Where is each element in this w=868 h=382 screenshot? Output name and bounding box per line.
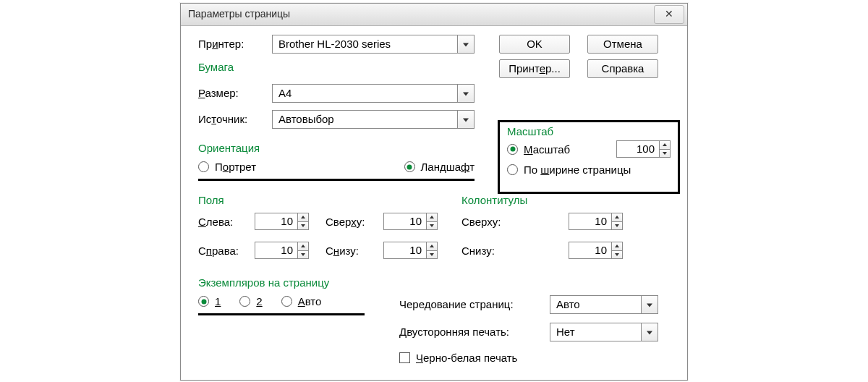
up-icon [427,242,437,251]
scale-percent-radio[interactable]: Масштаб [507,143,570,156]
alternation-combobox[interactable]: Авто [550,295,658,314]
margin-left-label: Слева: [198,216,233,228]
size-combobox[interactable]: A4 [272,84,475,103]
copies-2-radio[interactable]: 2 [239,295,262,307]
page-setup-dialog: Параметры страницы ✕ Принтер: Brother HL… [180,3,688,381]
printer-combobox[interactable]: Brother HL-2030 series [272,35,475,54]
fit-width-radio[interactable]: По ширине страницы [507,164,671,176]
up-icon [612,213,622,222]
close-button[interactable]: ✕ [654,5,684,24]
scale-percent-row: Масштаб 100 [507,140,671,158]
radio-icon [281,296,292,307]
chevron-down-icon [457,85,474,102]
scale-value: 100 [617,141,659,157]
size-value: A4 [273,85,457,102]
cancel-button[interactable]: Отмена [587,35,658,54]
scale-heading: Масштаб [507,125,671,137]
up-icon [612,242,622,251]
alternation-label: Чередование страниц: [399,298,514,310]
margin-top-spinner[interactable]: 10 [383,213,438,230]
down-icon [612,222,622,230]
chevron-down-icon [641,323,658,341]
landscape-radio[interactable]: Ландшафт [404,161,475,173]
radio-icon [507,164,518,175]
header-bottom-label: Снизу: [461,245,495,257]
paper-heading: Бумага [198,61,234,73]
source-combobox[interactable]: Автовыбор [272,110,475,129]
radio-icon [198,161,209,172]
help-button[interactable]: Справка [587,59,658,78]
up-icon [660,141,670,150]
titlebar: Параметры страницы ✕ [181,4,687,26]
radio-icon [198,296,209,307]
up-icon [298,213,308,222]
copies-auto-radio[interactable]: Авто [281,295,322,307]
scale-group: Масштаб Масштаб 100 По ширине страницы [498,120,680,194]
margin-left-spinner[interactable]: 10 [255,213,309,230]
chevron-down-icon [641,296,658,313]
margin-bottom-spinner[interactable]: 10 [383,242,438,259]
orientation-heading: Ориентация [198,142,260,154]
copies-1-radio[interactable]: 1 [198,295,221,307]
portrait-radio[interactable]: Портрет [198,161,256,173]
duplex-label: Двусторонняя печать: [399,326,509,338]
margin-right-spinner[interactable]: 10 [255,242,309,259]
header-bottom-spinner[interactable]: 10 [569,242,623,259]
chevron-down-icon [457,111,474,128]
down-icon [427,251,437,259]
down-icon [298,222,308,230]
printer-value: Brother HL-2030 series [273,35,457,53]
duplex-combobox[interactable]: Нет [550,323,658,341]
bw-checkbox[interactable]: Черно-белая печать [399,352,517,364]
copies-heading: Экземпляров на страницу [198,276,329,289]
source-label: Источник: [198,113,247,125]
margin-bottom-label: Снизу: [326,245,359,257]
dialog-title: Параметры страницы [188,8,290,20]
margin-right-label: Справа: [198,245,239,257]
margin-top-label: Сверху: [326,216,365,228]
down-icon [660,150,670,158]
header-top-label: Сверху: [461,216,501,228]
size-label: Размер: [198,87,239,99]
down-icon [427,222,437,230]
radio-icon [507,144,518,155]
radio-icon [404,161,415,172]
radio-icon [239,296,250,307]
up-icon [298,242,308,251]
headers-heading: Колонтитулы [461,194,527,206]
copies-group: 1 2 Авто [198,295,365,315]
down-icon [298,251,308,259]
printer-label: Принтер: [198,38,244,50]
close-icon: ✕ [665,8,673,20]
printer-button[interactable]: Принтер... [499,59,570,78]
source-value: Автовыбор [273,111,457,128]
header-top-spinner[interactable]: 10 [569,213,623,230]
margins-heading: Поля [198,194,224,206]
down-icon [612,251,622,259]
ok-button[interactable]: OK [499,35,570,54]
orientation-group: Портрет Ландшафт [198,161,475,181]
scale-spinner[interactable]: 100 [616,140,671,158]
checkbox-icon [399,352,410,363]
chevron-down-icon [457,35,474,53]
up-icon [427,213,437,222]
